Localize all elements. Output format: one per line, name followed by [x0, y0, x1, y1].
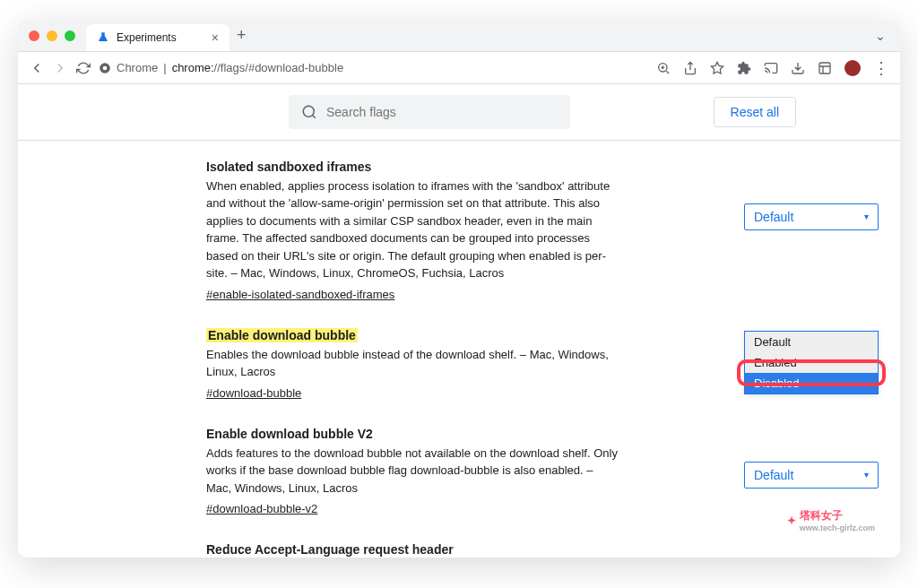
flag-select[interactable]: Default▾	[744, 462, 879, 489]
profile-avatar[interactable]	[844, 60, 861, 76]
select-value: Default	[754, 210, 793, 224]
url-scheme: chrome:	[172, 61, 214, 74]
flag-item: Reduce Accept-Language request headerRed…	[206, 541, 879, 558]
zoom-icon[interactable]	[656, 61, 671, 75]
traffic-lights	[29, 30, 75, 41]
close-window-button[interactable]	[29, 30, 39, 41]
flags-list: Isolated sandboxed iframesWhen enabled, …	[18, 141, 900, 558]
flask-icon	[97, 31, 109, 44]
extensions-icon[interactable]	[737, 61, 751, 75]
flag-anchor-link[interactable]: #enable-isolated-sandboxed-iframes	[206, 288, 394, 301]
reload-button[interactable]	[75, 60, 91, 76]
back-button[interactable]	[29, 60, 45, 76]
header-row: Reset all	[100, 84, 818, 140]
browser-tab[interactable]: Experiments ×	[86, 24, 230, 51]
chrome-icon	[99, 62, 111, 74]
toolbar: Chrome | chrome://flags/#download-bubble…	[18, 52, 900, 84]
svg-rect-3	[819, 63, 830, 74]
flag-description: Adds features to the download bubble not…	[206, 445, 619, 497]
flag-item: Isolated sandboxed iframesWhen enabled, …	[206, 159, 879, 302]
search-input[interactable]	[326, 105, 558, 119]
flag-item: Enable download bubbleEnables the downlo…	[206, 327, 879, 401]
flag-item: Enable download bubble V2Adds features t…	[206, 426, 879, 517]
menu-button[interactable]: ⋮	[873, 58, 889, 78]
watermark: ✦ 塔科女子 www.tech-girlz.com	[787, 508, 875, 532]
share-icon[interactable]	[683, 61, 697, 75]
dropdown-option[interactable]: Disabled	[745, 373, 878, 393]
toolbar-icons: ⋮	[656, 58, 889, 78]
watermark-sub: www.tech-girlz.com	[800, 523, 875, 532]
reading-list-icon[interactable]	[818, 61, 832, 75]
minimize-window-button[interactable]	[47, 30, 57, 41]
flag-dropdown-open[interactable]: DefaultEnabledDisabled	[744, 331, 879, 394]
svg-point-1	[103, 65, 108, 70]
search-box[interactable]	[289, 95, 570, 129]
chevron-down-icon: ▾	[864, 470, 869, 480]
url-prefix: Chrome	[117, 61, 158, 74]
address-bar[interactable]: Chrome | chrome://flags/#download-bubble	[99, 61, 649, 74]
download-icon[interactable]	[791, 61, 805, 75]
svg-point-4	[303, 106, 314, 117]
new-tab-button[interactable]: +	[237, 26, 247, 45]
url-path: //flags/	[214, 61, 248, 74]
close-tab-icon[interactable]: ×	[212, 30, 219, 45]
reset-all-button[interactable]: Reset all	[714, 97, 796, 127]
flag-select[interactable]: Default▾	[744, 203, 879, 230]
tabs-chevron-icon[interactable]: ⌄	[875, 29, 886, 43]
watermark-text: 塔科女子	[800, 509, 843, 522]
flag-description: When enabled, applies process isolation …	[206, 177, 619, 282]
search-icon	[301, 104, 317, 120]
url-sep: |	[163, 61, 166, 74]
dropdown-option[interactable]: Default	[745, 332, 878, 352]
flag-anchor-link[interactable]: #download-bubble	[206, 386, 301, 400]
url-hash: #download-bubble	[248, 61, 343, 74]
flag-description: Enables the download bubble instead of t…	[206, 346, 619, 381]
flag-title: Enable download bubble	[206, 328, 358, 342]
flag-title: Isolated sandboxed iframes	[206, 160, 371, 174]
flag-title: Enable download bubble V2	[206, 427, 373, 441]
forward-button[interactable]	[52, 60, 68, 76]
select-value: Default	[754, 468, 793, 482]
chevron-down-icon: ▾	[864, 212, 869, 221]
titlebar: Experiments × + ⌄	[18, 20, 900, 52]
flag-anchor-link[interactable]: #download-bubble-v2	[206, 502, 317, 515]
browser-window: Experiments × + ⌄ Chrome | chrome://flag…	[18, 20, 900, 558]
bookmark-icon[interactable]	[710, 61, 724, 75]
page-content: Reset all Isolated sandboxed iframesWhen…	[18, 84, 900, 558]
cast-icon[interactable]	[764, 61, 778, 75]
maximize-window-button[interactable]	[65, 30, 75, 41]
flag-title: Reduce Accept-Language request header	[206, 542, 454, 557]
tab-title: Experiments	[117, 31, 177, 44]
dropdown-option[interactable]: Enabled	[745, 352, 878, 373]
